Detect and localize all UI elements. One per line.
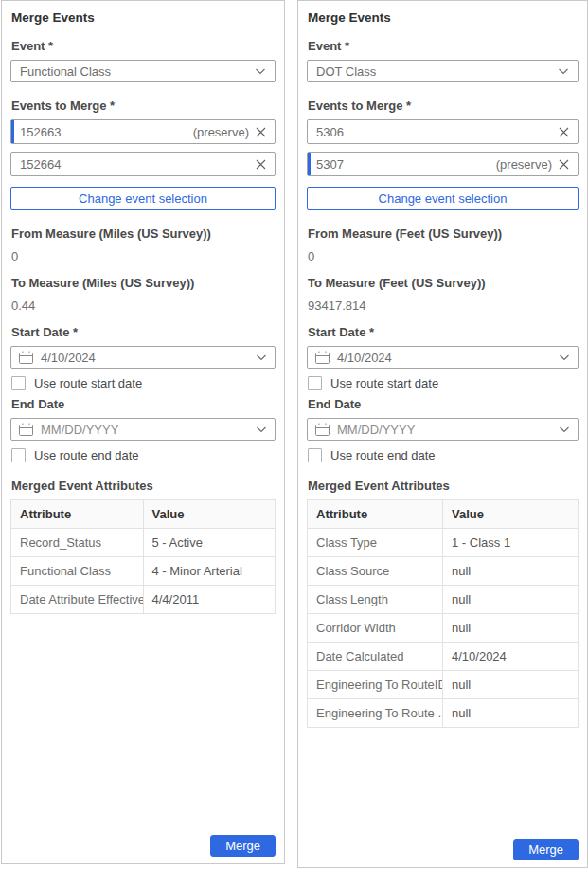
to-measure-label: To Measure (Miles (US Survey))	[11, 276, 276, 290]
chevron-down-icon	[558, 67, 569, 75]
from-measure-value: 0	[11, 249, 276, 263]
from-measure-value: 0	[308, 249, 579, 263]
start-date-label: Start Date *	[11, 325, 276, 339]
column-header-value: Value	[143, 500, 276, 529]
preserve-tag: (preserve)	[193, 125, 256, 139]
to-measure-value: 93417.814	[308, 299, 579, 313]
event-select-value: Functional Class	[20, 64, 111, 79]
end-date-input[interactable]: MM/DD/YYYY	[307, 418, 579, 441]
table-row: Engineering To Route ...null	[308, 699, 579, 728]
events-to-merge-label: Events to Merge *	[308, 99, 579, 113]
table-row: Class Sourcenull	[308, 557, 579, 586]
checkbox-label: Use route end date	[34, 448, 139, 462]
use-route-end-date-checkbox[interactable]: Use route end date	[11, 448, 276, 462]
event-to-merge-input[interactable]: 5306	[307, 119, 579, 144]
checkbox-box[interactable]	[11, 376, 26, 390]
start-date-value: 4/10/2024	[337, 351, 392, 365]
checkbox-label: Use route end date	[330, 448, 436, 462]
chevron-down-icon	[559, 425, 570, 433]
end-date-value: MM/DD/YYYY	[41, 423, 118, 437]
calendar-icon	[19, 351, 33, 364]
checkbox-box[interactable]	[11, 448, 26, 462]
calendar-icon	[315, 423, 330, 436]
value-cell: null	[443, 614, 579, 643]
change-event-selection-button[interactable]: Change event selection	[307, 187, 579, 210]
event-select[interactable]: Functional Class	[10, 60, 276, 82]
from-measure-label: From Measure (Miles (US Survey))	[11, 226, 276, 241]
close-icon[interactable]	[256, 127, 266, 137]
end-date-label: End Date	[308, 397, 579, 411]
start-date-input[interactable]: 4/10/2024	[10, 346, 276, 369]
event-to-merge-input[interactable]: 152663 (preserve)	[10, 119, 276, 144]
attribute-cell: Engineering To Route ...	[308, 699, 443, 728]
end-date-value: MM/DD/YYYY	[337, 423, 415, 437]
attribute-cell: Corridor Width	[308, 614, 443, 643]
chevron-down-icon	[255, 67, 266, 75]
event-select[interactable]: DOT Class	[307, 60, 579, 82]
event-id: 152663	[20, 125, 61, 139]
attribute-cell: Date Attribute Effective	[11, 586, 144, 614]
checkbox-label: Use route start date	[34, 376, 142, 390]
attribute-cell: Class Source	[308, 557, 443, 586]
event-label: Event *	[308, 39, 579, 53]
chevron-down-icon	[256, 353, 267, 361]
table-row: Date Calculated4/10/2024	[308, 643, 579, 671]
value-cell: null	[443, 699, 579, 728]
chevron-down-icon	[256, 425, 267, 433]
merged-attributes-table: Attribute Value Class Type1 - Class 1Cla…	[307, 499, 579, 728]
preserve-tag: (preserve)	[496, 157, 559, 172]
panel-title: Merge Events	[11, 10, 276, 25]
checkbox-box[interactable]	[308, 448, 322, 462]
merged-event-attributes-label: Merged Event Attributes	[308, 479, 579, 493]
value-cell: null	[443, 671, 579, 699]
value-cell: null	[443, 557, 579, 586]
start-date-input[interactable]: 4/10/2024	[307, 346, 579, 369]
table-row: Corridor Widthnull	[308, 614, 579, 643]
close-icon[interactable]	[559, 159, 569, 170]
start-date-value: 4/10/2024	[41, 351, 96, 365]
use-route-start-date-checkbox[interactable]: Use route start date	[11, 376, 276, 390]
table-row: Class Type1 - Class 1	[308, 529, 579, 557]
change-event-selection-button[interactable]: Change event selection	[10, 187, 276, 210]
value-cell: 1 - Class 1	[443, 529, 579, 557]
panel-title: Merge Events	[308, 10, 579, 25]
event-id: 152664	[20, 157, 61, 172]
attribute-cell: Record_Status	[11, 529, 144, 557]
close-icon[interactable]	[559, 127, 569, 137]
event-to-merge-input[interactable]: 5307 (preserve)	[307, 152, 579, 176]
value-cell: null	[443, 586, 579, 614]
merged-attributes-table: Attribute Value Record_Status5 - ActiveF…	[10, 499, 276, 614]
attribute-cell: Class Type	[308, 529, 443, 557]
table-row: Date Attribute Effective4/4/2011	[11, 586, 276, 614]
table-row: Record_Status5 - Active	[11, 529, 276, 557]
use-route-start-date-checkbox[interactable]: Use route start date	[308, 376, 579, 390]
column-header-attribute: Attribute	[308, 500, 443, 529]
attribute-cell: Functional Class	[11, 557, 144, 586]
from-measure-label: From Measure (Feet (US Survey))	[308, 226, 579, 241]
end-date-label: End Date	[11, 397, 276, 411]
start-date-label: Start Date *	[308, 325, 579, 339]
end-date-input[interactable]: MM/DD/YYYY	[10, 418, 276, 441]
calendar-icon	[315, 351, 330, 364]
close-icon[interactable]	[256, 159, 266, 170]
column-header-attribute: Attribute	[11, 500, 144, 529]
event-id: 5307	[316, 157, 344, 172]
to-measure-label: To Measure (Feet (US Survey))	[308, 276, 579, 290]
table-row: Engineering To RouteIDnull	[308, 671, 579, 699]
attribute-cell: Class Length	[308, 586, 443, 614]
checkbox-box[interactable]	[308, 376, 322, 390]
value-cell: 4 - Minor Arterial	[143, 557, 276, 586]
merge-button[interactable]: Merge	[513, 839, 579, 860]
column-header-value: Value	[443, 500, 579, 529]
event-select-value: DOT Class	[316, 64, 376, 79]
table-row: Class Lengthnull	[308, 586, 579, 614]
attribute-cell: Engineering To RouteID	[308, 671, 443, 699]
to-measure-value: 0.44	[11, 299, 276, 313]
checkbox-label: Use route start date	[330, 376, 438, 390]
merge-events-panel-right: Merge Events Event * DOT Class Events to…	[297, 0, 588, 868]
event-to-merge-input[interactable]: 152664	[10, 152, 276, 176]
merge-button[interactable]: Merge	[210, 835, 276, 857]
value-cell: 5 - Active	[143, 529, 276, 557]
use-route-end-date-checkbox[interactable]: Use route end date	[308, 448, 579, 462]
value-cell: 4/4/2011	[143, 586, 276, 614]
